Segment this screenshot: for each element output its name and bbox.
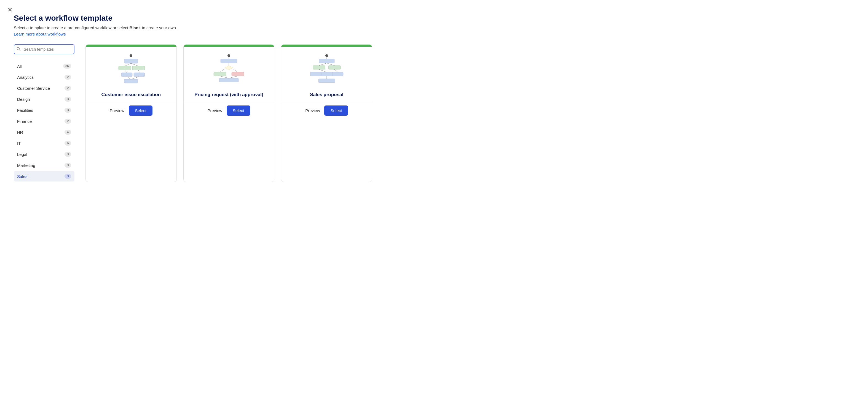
templates-grid: Customer issue escalation Preview Select bbox=[86, 44, 372, 182]
category-label: IT bbox=[17, 141, 21, 146]
category-count: 36 bbox=[63, 64, 71, 69]
svg-line-37 bbox=[319, 63, 327, 66]
category-label: Facilities bbox=[17, 108, 33, 113]
svg-rect-19 bbox=[214, 72, 226, 76]
card-actions: Preview Select bbox=[281, 102, 372, 121]
svg-line-24 bbox=[220, 69, 225, 72]
category-count: 3 bbox=[64, 97, 71, 102]
card-preview-area bbox=[86, 47, 177, 92]
svg-rect-5 bbox=[132, 66, 145, 70]
svg-line-12 bbox=[125, 70, 127, 73]
category-count: 2 bbox=[64, 75, 71, 79]
category-count: 3 bbox=[64, 152, 71, 157]
category-count: 3 bbox=[64, 108, 71, 113]
sidebar-item-all[interactable]: All 36 bbox=[14, 61, 74, 71]
svg-marker-18 bbox=[225, 66, 233, 70]
svg-line-26 bbox=[220, 76, 229, 78]
svg-rect-29 bbox=[319, 59, 335, 63]
svg-rect-20 bbox=[231, 72, 244, 76]
svg-rect-6 bbox=[121, 73, 132, 76]
svg-line-27 bbox=[229, 76, 238, 78]
category-count: 3 bbox=[64, 174, 71, 179]
category-list: All 36 Analytics 2 Customer Service 2 De… bbox=[14, 61, 74, 181]
category-label: Finance bbox=[17, 119, 32, 124]
svg-rect-30 bbox=[313, 66, 325, 69]
card-top-bar bbox=[281, 45, 372, 47]
category-label: Analytics bbox=[17, 75, 34, 79]
svg-rect-31 bbox=[329, 66, 341, 69]
learn-more-link[interactable]: Learn more about workflows bbox=[14, 32, 66, 36]
template-card-pricing-request-approval: Pricing request (with approval) Preview … bbox=[183, 44, 275, 182]
preview-button[interactable]: Preview bbox=[110, 108, 124, 113]
sidebar-item-sales[interactable]: Sales 3 bbox=[14, 171, 74, 181]
sidebar-item-hr[interactable]: HR 4 bbox=[14, 127, 74, 137]
svg-rect-34 bbox=[332, 72, 343, 76]
svg-line-14 bbox=[127, 76, 131, 79]
svg-rect-33 bbox=[310, 72, 321, 76]
sidebar-item-analytics[interactable]: Analytics 2 bbox=[14, 72, 74, 82]
svg-point-28 bbox=[326, 54, 328, 57]
category-label: Legal bbox=[17, 152, 27, 157]
select-button[interactable]: Select bbox=[129, 105, 153, 116]
sidebar: All 36 Analytics 2 Customer Service 2 De… bbox=[14, 44, 74, 182]
svg-rect-32 bbox=[320, 72, 334, 76]
card-preview-area bbox=[281, 47, 372, 92]
preview-button[interactable]: Preview bbox=[305, 108, 320, 113]
template-card-customer-issue-escalation: Customer issue escalation Preview Select bbox=[86, 44, 177, 182]
sidebar-item-it[interactable]: IT 6 bbox=[14, 138, 74, 148]
svg-rect-17 bbox=[221, 59, 237, 63]
svg-line-13 bbox=[138, 70, 139, 73]
svg-point-16 bbox=[227, 54, 230, 57]
svg-line-10 bbox=[125, 63, 131, 66]
card-title: Sales proposal bbox=[281, 92, 372, 102]
svg-point-2 bbox=[130, 54, 132, 57]
sidebar-item-finance[interactable]: Finance 2 bbox=[14, 116, 74, 127]
category-count: 3 bbox=[64, 163, 71, 168]
svg-rect-7 bbox=[134, 73, 145, 76]
sidebar-item-customer-service[interactable]: Customer Service 2 bbox=[14, 83, 74, 93]
search-input[interactable] bbox=[14, 44, 74, 54]
card-title: Customer issue escalation bbox=[86, 92, 177, 102]
card-actions: Preview Select bbox=[86, 102, 177, 121]
category-label: All bbox=[17, 64, 22, 69]
svg-line-15 bbox=[131, 76, 139, 79]
close-icon: ✕ bbox=[7, 6, 12, 13]
card-actions: Preview Select bbox=[184, 102, 274, 121]
card-preview-area bbox=[184, 47, 274, 92]
svg-line-25 bbox=[233, 69, 238, 72]
sidebar-item-facilities[interactable]: Facilities 3 bbox=[14, 105, 74, 115]
sidebar-item-marketing[interactable]: Marketing 3 bbox=[14, 160, 74, 170]
card-top-bar bbox=[184, 45, 274, 47]
category-label: Design bbox=[17, 97, 30, 102]
card-top-bar bbox=[86, 45, 177, 47]
page-subtitle: Select a template to create a pre-config… bbox=[14, 25, 372, 30]
svg-rect-4 bbox=[119, 66, 131, 70]
svg-rect-35 bbox=[318, 79, 335, 82]
category-count: 2 bbox=[64, 119, 71, 124]
close-button[interactable]: ✕ bbox=[5, 5, 15, 15]
sidebar-item-legal[interactable]: Legal 3 bbox=[14, 149, 74, 160]
select-button[interactable]: Select bbox=[227, 105, 250, 116]
card-title: Pricing request (with approval) bbox=[184, 92, 274, 102]
category-label: HR bbox=[17, 130, 23, 135]
template-card-sales-proposal: Sales proposal Preview Select bbox=[281, 44, 372, 182]
svg-rect-21 bbox=[219, 78, 239, 82]
svg-rect-8 bbox=[124, 79, 138, 83]
category-count: 4 bbox=[64, 130, 71, 135]
category-count: 2 bbox=[64, 85, 71, 91]
svg-line-38 bbox=[327, 63, 335, 66]
search-wrapper bbox=[14, 44, 74, 54]
category-label: Marketing bbox=[17, 163, 35, 168]
sidebar-item-design[interactable]: Design 3 bbox=[14, 94, 74, 104]
page-title: Select a workflow template bbox=[14, 14, 372, 23]
svg-rect-3 bbox=[124, 59, 138, 63]
category-label: Sales bbox=[17, 174, 28, 179]
svg-line-40 bbox=[335, 69, 338, 72]
svg-line-11 bbox=[131, 63, 138, 66]
svg-line-39 bbox=[319, 69, 327, 72]
category-label: Customer Service bbox=[17, 86, 50, 91]
preview-button[interactable]: Preview bbox=[207, 108, 222, 113]
select-button[interactable]: Select bbox=[324, 105, 348, 116]
category-count: 6 bbox=[64, 141, 71, 146]
